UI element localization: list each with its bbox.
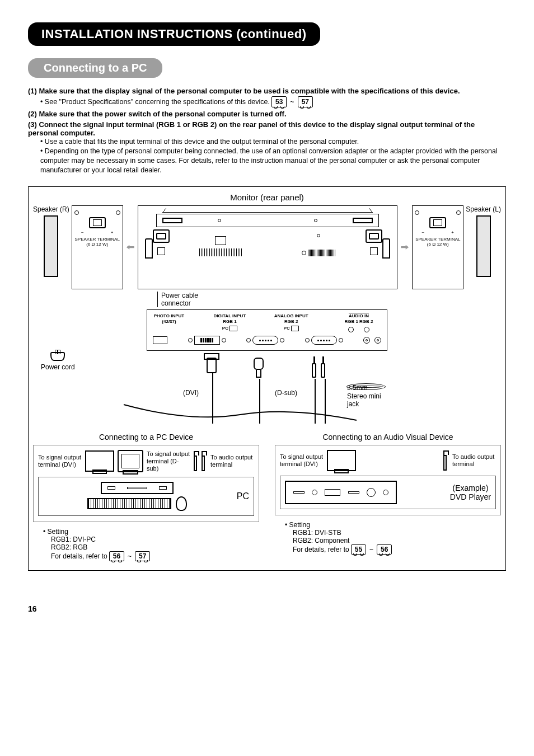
diagram: Monitor (rear panel) Speaker (R) −+ SPEA… <box>28 186 506 571</box>
port-photo-l1: PHOTO INPUT <box>154 313 185 318</box>
speaker-l: Speaker (L) <box>466 205 501 289</box>
power-cable-connector-label: Power cable connector <box>157 292 208 308</box>
mini-jack-plug-icon <box>312 356 316 378</box>
speaker-terminal-l: −+ SPEAKER TERMINAL (6 Ω 12 W) <box>412 205 463 289</box>
page-ref-box: 57 <box>135 551 150 561</box>
pc-icon <box>291 326 299 331</box>
setting-line-1: RGB1: DVI-STB <box>285 529 501 537</box>
speaker-r: Speaker (R) <box>33 205 69 289</box>
page-number: 16 <box>28 604 506 613</box>
page-ref-box: 57 <box>298 96 313 107</box>
instruction-1-sub: • See "Product Specifications" concernin… <box>40 97 270 107</box>
av-connect-title: Connecting to an Audio Visual Device <box>275 433 501 442</box>
minus-icon: − <box>81 231 84 236</box>
monitor-rear-panel <box>138 205 398 289</box>
dvi-cable-plug-icon <box>207 358 217 373</box>
port-audio-l1: AUDIO IN <box>349 313 369 318</box>
cap-dsub: To signal output terminal (D-sub) <box>147 450 190 473</box>
instruction-3: (3) Connect the signal input terminal (R… <box>28 120 506 137</box>
mini-jack-plug-icon <box>321 356 325 378</box>
dvi-annot: (DVI) <box>183 389 199 397</box>
instruction-2: (2) Make sure that the power switch of t… <box>28 110 506 118</box>
port-digital-l2: RGB 1 <box>223 319 236 324</box>
crt-monitor-icon <box>118 450 143 472</box>
plus-icon: + <box>451 231 454 236</box>
sub-heading: Connecting to a PC <box>28 58 162 78</box>
tilde: ~ <box>128 552 132 560</box>
stereo-jack-annot: 3.5mm Stereo mini jack <box>346 383 386 390</box>
plus-icon: + <box>111 231 114 236</box>
port-panel: PHOTO INPUT (42/37) DIGITAL INPUT RGB 1 … <box>147 309 387 351</box>
speaker-l-label: Speaker (L) <box>466 205 501 213</box>
setting-line-2: RGB2: RGB <box>43 543 259 551</box>
page-ref-box: 53 <box>271 96 287 107</box>
cap-audio: To audio output terminal <box>452 453 496 468</box>
setting-header: • Setting <box>43 528 259 536</box>
speaker-r-label: Speaker (R) <box>33 205 69 213</box>
audio-jack-icon <box>374 337 381 344</box>
port-digital-l3: PC <box>222 326 228 331</box>
setting-header: • Setting <box>285 521 501 529</box>
cap-dvi: To signal output terminal (DVI) <box>280 453 324 468</box>
vga-port-icon <box>311 336 337 345</box>
vga-port-icon <box>252 336 278 345</box>
flat-monitor-icon <box>85 450 114 472</box>
cable-swoop-icon <box>123 403 358 424</box>
power-cord-label: Power cord <box>41 363 75 371</box>
audio-icon <box>364 327 369 332</box>
pc-connect-box: To signal output terminal (DVI) To signa… <box>33 445 259 522</box>
speaker-terminal-r: −+ SPEAKER TERMINAL (6 Ω 12 W) <box>72 205 123 289</box>
pc-setting-block: • Setting RGB1: DVI-PC RGB2: RGB For det… <box>33 528 259 561</box>
cap-dvi: To signal output terminal (DVI) <box>38 454 82 468</box>
tilde: ~ <box>290 97 294 107</box>
pc-device-icon <box>43 482 231 511</box>
pc-icon <box>229 326 237 331</box>
power-plug-icon <box>50 352 65 361</box>
audio-icon <box>348 327 354 332</box>
main-heading: INSTALLATION INSTRUCTIONS (continued) <box>28 22 320 46</box>
dvi-port-icon <box>194 336 220 345</box>
pc-label: PC <box>237 491 249 501</box>
dvd-player-icon <box>285 481 397 504</box>
dvd-player-label: DVD Player <box>450 492 491 501</box>
instruction-list: (1) Make sure that the display signal of… <box>28 87 506 175</box>
av-connect-box: To signal output terminal (DVI) To audio… <box>275 445 501 515</box>
flat-monitor-icon <box>327 450 356 471</box>
port-analog-l3: PC <box>284 326 290 331</box>
tilde: ~ <box>369 546 373 553</box>
page-ref-box: 56 <box>109 551 124 561</box>
arrow-left-icon <box>127 245 134 250</box>
port-audio-l2: RGB 1 RGB 2 <box>344 319 373 324</box>
setting-line-1: RGB1: DVI-PC <box>43 536 259 543</box>
pc-connect-title: Connecting to a PC Device <box>33 433 259 442</box>
setting-ref: For details, refer to <box>293 546 349 553</box>
audio-plug-icon <box>443 450 449 471</box>
instruction-1: (1) Make sure that the display signal of… <box>28 87 506 95</box>
speaker-terminal-text2: (6 Ω 12 W) <box>415 242 460 247</box>
port-digital-l1: DIGITAL INPUT <box>214 313 246 318</box>
page-ref-box: 55 <box>351 544 366 555</box>
photo-input-port-icon <box>153 336 167 344</box>
diagram-title: Monitor (rear panel) <box>33 192 501 202</box>
dsub-annot: (D-sub) <box>275 389 297 397</box>
page-ref-box: 56 <box>377 544 392 555</box>
cap-audio: To audio output terminal <box>210 454 254 468</box>
audio-jack-icon <box>363 337 370 344</box>
setting-line-2: RGB2: Component <box>285 537 501 544</box>
dsub-cable-plug-icon <box>254 358 264 378</box>
audio-plug-icon <box>194 451 207 471</box>
instruction-3-sub1: • Use a cable that fits the input termin… <box>40 137 506 147</box>
port-photo-l2: (42/37) <box>162 319 176 324</box>
av-setting-block: • Setting RGB1: DVI-STB RGB2: Component … <box>275 521 501 555</box>
arrow-right-icon <box>401 245 409 250</box>
port-analog-l2: RGB 2 <box>284 319 298 324</box>
minus-icon: − <box>422 231 425 236</box>
dvd-example-label: (Example) <box>450 483 491 492</box>
port-analog-l1: ANALOG INPUT <box>274 313 308 318</box>
speaker-terminal-text2: (6 Ω 12 W) <box>75 242 120 247</box>
setting-ref: For details, refer to <box>51 552 107 560</box>
instruction-3-sub2: • Depending on the type of personal comp… <box>40 147 506 175</box>
